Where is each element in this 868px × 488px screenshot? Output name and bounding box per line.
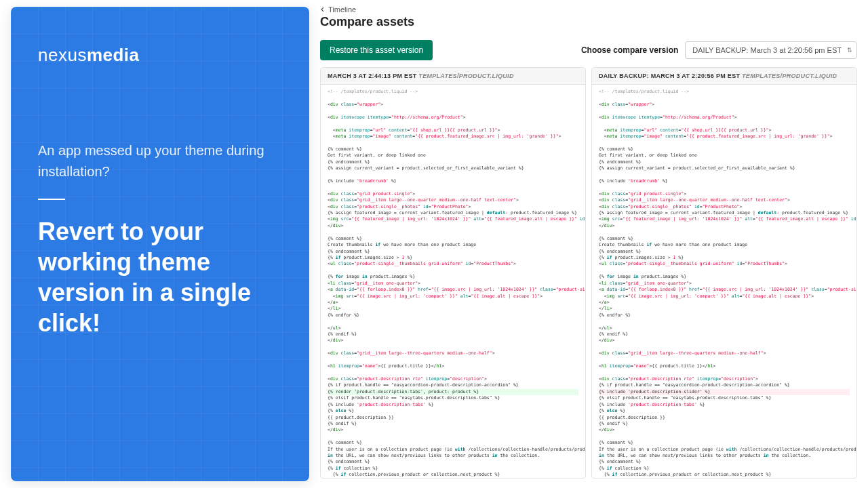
page-title: Compare assets bbox=[320, 15, 857, 29]
brand-part2: media bbox=[87, 45, 140, 65]
pane-right-time: DAILY BACKUP: MARCH 3 AT 2:20:56 PM EST bbox=[599, 73, 740, 79]
code-right: <!-- /templates/product.liquid --> <div … bbox=[592, 85, 856, 478]
compare-panes: MARCH 3 AT 2:44:13 PM EST TEMPLATES/PROD… bbox=[320, 67, 857, 479]
pane-left-path: TEMPLATES/PRODUCT.LIQUID bbox=[418, 73, 513, 79]
pane-right: DAILY BACKUP: MARCH 3 AT 2:20:56 PM EST … bbox=[591, 67, 857, 479]
pane-right-header: DAILY BACKUP: MARCH 3 AT 2:20:56 PM EST … bbox=[592, 68, 856, 85]
pane-right-path: TEMPLATES/PRODUCT.LIQUID bbox=[742, 73, 837, 79]
promo-divider bbox=[38, 199, 65, 200]
pane-left-header: MARCH 3 AT 2:44:13 PM EST TEMPLATES/PROD… bbox=[321, 68, 585, 85]
pane-left: MARCH 3 AT 2:44:13 PM EST TEMPLATES/PROD… bbox=[320, 67, 586, 479]
pane-left-time: MARCH 3 AT 2:44:13 PM EST bbox=[328, 73, 417, 79]
restore-button[interactable]: Restore this asset version bbox=[320, 40, 433, 60]
chevron-left-icon bbox=[320, 7, 326, 12]
code-left: <!-- /templates/product.liquid --> <div … bbox=[321, 85, 585, 478]
promo-tagline: An app messed up your theme during insta… bbox=[38, 140, 282, 182]
compare-version-label: Choose compare version bbox=[581, 45, 678, 55]
back-link[interactable]: Timeline bbox=[320, 5, 857, 14]
brand-part1: nexus bbox=[38, 45, 87, 65]
compare-version-group: Choose compare version DAILY BACKUP: Mar… bbox=[581, 41, 857, 59]
toolbar: Restore this asset version Choose compar… bbox=[320, 40, 857, 60]
back-link-label: Timeline bbox=[328, 5, 356, 14]
promo-headline: Revert to your working theme version in … bbox=[38, 216, 282, 338]
compare-version-select[interactable]: DAILY BACKUP: March 3 at 2:20:56 pm EST bbox=[685, 41, 857, 59]
app-panel: Timeline Compare assets Restore this ass… bbox=[309, 0, 868, 488]
brand-logo: nexusmedia bbox=[38, 45, 282, 66]
promo-panel: nexusmedia An app messed up your theme d… bbox=[11, 7, 309, 481]
